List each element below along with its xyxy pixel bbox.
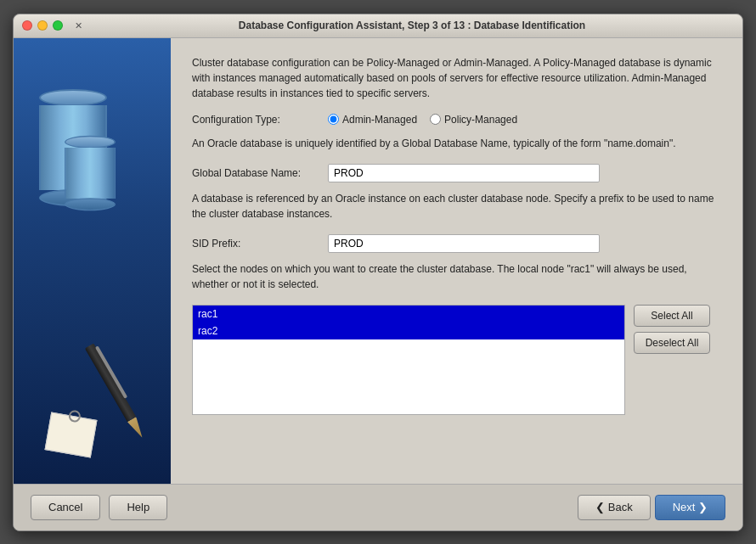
node-item-rac1[interactable]: rac1 bbox=[193, 306, 624, 322]
next-button[interactable]: Next ❯ bbox=[655, 495, 725, 520]
sid-prefix-row: SID Prefix: bbox=[192, 234, 721, 253]
illustration bbox=[31, 55, 154, 467]
admin-managed-option[interactable]: Admin-Managed bbox=[328, 114, 417, 126]
main-description: Cluster database configuration can be Po… bbox=[192, 55, 721, 101]
maximize-button[interactable] bbox=[53, 20, 63, 31]
minimize-button[interactable] bbox=[37, 20, 48, 31]
cancel-button[interactable]: Cancel bbox=[31, 495, 100, 520]
admin-managed-radio[interactable] bbox=[328, 114, 339, 125]
deselect-all-button[interactable]: Deselect All bbox=[634, 332, 710, 354]
content-area: Cluster database configuration can be Po… bbox=[14, 38, 742, 484]
bottom-right-buttons: ❮ Back Next ❯ bbox=[578, 495, 725, 520]
policy-managed-radio[interactable] bbox=[430, 114, 441, 125]
back-button[interactable]: ❮ Back bbox=[578, 495, 651, 520]
database-icon-2 bbox=[65, 135, 116, 210]
traffic-lights bbox=[22, 20, 63, 31]
sid-prefix-label: SID Prefix: bbox=[192, 238, 328, 250]
back-arrow-icon: ❮ bbox=[595, 501, 608, 513]
policy-managed-label: Policy-Managed bbox=[444, 114, 517, 126]
policy-managed-option[interactable]: Policy-Managed bbox=[430, 114, 517, 126]
radio-group: Admin-Managed Policy-Managed bbox=[328, 114, 517, 126]
right-panel: Cluster database configuration can be Po… bbox=[171, 38, 742, 484]
bottom-bar: Cancel Help ❮ Back Next ❯ bbox=[14, 484, 742, 530]
close-button[interactable] bbox=[22, 20, 32, 31]
admin-managed-label: Admin-Managed bbox=[342, 114, 417, 126]
global-db-name-row: Global Database Name: bbox=[192, 164, 721, 182]
title-bar: ✕ Database Configuration Assistant, Step… bbox=[14, 14, 742, 38]
node-list-container: rac1 rac2 Select All Deselect All bbox=[192, 305, 721, 415]
nodes-desc: Select the nodes on which you want to cr… bbox=[192, 261, 721, 292]
global-db-name-label: Global Database Name: bbox=[192, 167, 328, 179]
tag-icon bbox=[45, 412, 98, 457]
sid-prefix-desc: A database is referenced by an Oracle in… bbox=[192, 191, 721, 222]
main-window: ✕ Database Configuration Assistant, Step… bbox=[13, 14, 743, 531]
config-type-row: Configuration Type: Admin-Managed Policy… bbox=[192, 114, 721, 126]
bottom-left-buttons: Cancel Help bbox=[31, 495, 167, 520]
select-all-button[interactable]: Select All bbox=[634, 305, 710, 327]
global-db-name-input[interactable] bbox=[328, 164, 600, 182]
window-icon: ✕ bbox=[71, 19, 85, 32]
next-arrow-icon: ❯ bbox=[695, 501, 708, 513]
sid-prefix-input[interactable] bbox=[328, 234, 600, 253]
config-type-label: Configuration Type: bbox=[192, 114, 328, 126]
list-buttons: Select All Deselect All bbox=[634, 305, 710, 354]
help-button[interactable]: Help bbox=[109, 495, 167, 520]
window-title: Database Configuration Assistant, Step 3… bbox=[90, 20, 734, 31]
global-db-desc: An Oracle database is uniquely identifie… bbox=[192, 136, 721, 151]
node-item-rac2[interactable]: rac2 bbox=[193, 322, 624, 339]
left-panel bbox=[14, 38, 171, 484]
node-list[interactable]: rac1 rac2 bbox=[192, 305, 625, 415]
